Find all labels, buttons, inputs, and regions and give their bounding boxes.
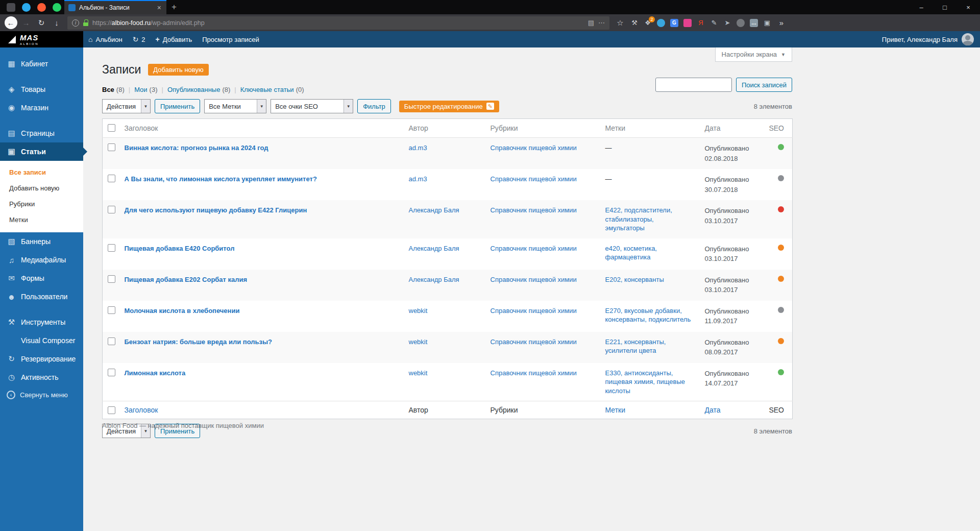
row-checkbox[interactable] — [108, 244, 115, 252]
sidebar-item-users[interactable]: ☻Пользователи — [0, 287, 83, 306]
author-link[interactable]: webkit — [409, 369, 428, 377]
sidebar-item-visual-composer[interactable]: Visual Composer — [0, 331, 83, 350]
author-link[interactable]: Александр Баля — [409, 276, 459, 283]
page-actions-icon[interactable]: ⋯ — [598, 19, 605, 27]
row-checkbox[interactable] — [108, 337, 115, 345]
reader-mode-icon[interactable]: ▤ — [588, 19, 594, 27]
author-link[interactable]: ad.m3 — [409, 144, 427, 152]
tags-filter-select[interactable]: Все Метки ▼ — [204, 99, 266, 113]
adminbar-site-link[interactable]: ⌂ Альбион — [83, 31, 128, 47]
category-link[interactable]: Справочник пищевой химии — [491, 369, 577, 377]
bulk-actions-select[interactable]: Действия ▼ — [102, 99, 151, 113]
category-link[interactable]: Справочник пищевой химии — [491, 307, 577, 315]
sidebar-item-posts[interactable]: ▣Статьи — [0, 142, 83, 161]
pinned-tab-telegram[interactable] — [18, 0, 34, 14]
sidebar-item-pages[interactable]: ▤Страницы — [0, 124, 83, 142]
tags-link[interactable]: Е270, вкусовые добавки, консерванты, под… — [605, 307, 691, 324]
bookmark-star-icon[interactable]: ☆ — [612, 16, 628, 30]
yandex-extension-icon[interactable]: Я — [694, 16, 707, 30]
submenu-item-add-new[interactable]: Добавить новую — [0, 180, 83, 196]
send-extension-icon[interactable]: ➤ — [721, 16, 734, 30]
pinned-tab-app[interactable] — [3, 0, 18, 14]
author-link[interactable]: ad.m3 — [409, 175, 427, 183]
window-minimize-button[interactable]: – — [910, 0, 933, 14]
overflow-chevron-icon[interactable]: » — [774, 16, 789, 30]
tags-link[interactable]: Е422, подсластители, стабилизаторы, эмул… — [605, 206, 672, 232]
sidebar-item-forms[interactable]: ✉Формы — [0, 269, 83, 287]
row-checkbox[interactable] — [108, 275, 115, 283]
chat-extension-icon[interactable]: … — [747, 16, 761, 30]
view-filter-all[interactable]: Все(8) — [102, 86, 125, 93]
screen-options-button[interactable]: Настройки экрана ▼ — [715, 47, 792, 62]
category-link[interactable]: Справочник пищевой химии — [491, 175, 577, 183]
post-title-link[interactable]: Пищевая добавка Е202 Сорбат калия — [125, 276, 248, 283]
view-filter-key[interactable]: Ключевые статьи(0) — [230, 86, 304, 93]
sidebar-item-banners[interactable]: ▧Баннеры — [0, 232, 83, 251]
post-title-link[interactable]: Бензоат натрия: больше вреда или пользы? — [125, 338, 273, 346]
search-posts-button[interactable]: Поиск записей — [736, 78, 792, 92]
url-text[interactable]: https://albion-food.ru/wp-admin/edit.php — [92, 19, 584, 27]
category-link[interactable]: Справочник пищевой химии — [491, 245, 577, 252]
new-tab-button[interactable]: + — [166, 0, 182, 14]
footer-column-header-date[interactable]: Дата — [700, 401, 764, 419]
tags-link[interactable]: е420, косметика, фармацевтика — [605, 245, 657, 261]
puzzle-extension-icon[interactable]: ❖2 — [641, 16, 654, 30]
view-filter-mine[interactable]: Мои(3) — [125, 86, 158, 93]
submenu-item-categories[interactable]: Рубрики — [0, 196, 83, 212]
adminbar-updates[interactable]: ↻ 2 — [128, 31, 151, 47]
pinned-tab-whatsapp[interactable] — [49, 0, 64, 14]
apply-button[interactable]: Применить — [155, 99, 200, 113]
pinned-tab-browser[interactable] — [34, 0, 49, 14]
sidebar-item-backup[interactable]: ↻Резервирование — [0, 350, 83, 368]
category-link[interactable]: Справочник пищевой химии — [491, 276, 577, 283]
tags-link[interactable]: Е221, консерванты, усилители цвета — [605, 338, 666, 355]
author-link[interactable]: webkit — [409, 338, 428, 346]
adminbar-view-posts[interactable]: Просмотр записей — [197, 31, 264, 47]
forward-button[interactable]: → — [18, 16, 34, 30]
download-button[interactable]: ↓ — [49, 16, 64, 30]
row-checkbox[interactable] — [108, 369, 115, 376]
post-title-link[interactable]: Лимонная кислота — [125, 369, 186, 377]
g-extension-icon[interactable]: G — [668, 16, 681, 30]
author-link[interactable]: Александр Баля — [409, 245, 459, 252]
add-new-post-button[interactable]: Добавить новую — [148, 64, 208, 76]
category-link[interactable]: Справочник пищевой химии — [491, 206, 577, 214]
back-button[interactable]: ← — [3, 16, 18, 30]
window-maximize-button[interactable]: □ — [933, 0, 957, 14]
tags-link[interactable]: Е330, антиоксиданты, пищевая химия, пище… — [605, 369, 685, 395]
browser-tab[interactable]: Альбион - Записи × — [64, 0, 166, 14]
proxy-extension-icon[interactable] — [654, 16, 668, 30]
post-title-link[interactable]: А Вы знали, что лимонная кислота укрепля… — [125, 175, 317, 183]
sidebar-item-media[interactable]: ♫Медиафайлы — [0, 251, 83, 269]
pink-extension-icon[interactable] — [681, 16, 694, 30]
select-all-checkbox[interactable] — [108, 124, 115, 132]
view-filter-published[interactable]: Опубликованные(8) — [158, 86, 231, 93]
post-title-link[interactable]: Для чего используют пищевую добавку Е422… — [125, 206, 307, 214]
window-close-button[interactable]: × — [957, 0, 980, 14]
reload-button[interactable]: ↻ — [34, 16, 49, 30]
sidebar-item-store[interactable]: ◉Магазин — [0, 99, 83, 117]
sidebar-item-tools[interactable]: ⚒Инструменты — [0, 313, 83, 331]
category-link[interactable]: Справочник пищевой химии — [491, 144, 577, 152]
filter-button[interactable]: Фильтр — [357, 99, 391, 113]
sidebar-item-activity[interactable]: ◷Активность — [0, 368, 83, 387]
sidebar-item-dashboard[interactable]: ▦Кабинет — [0, 55, 83, 73]
author-link[interactable]: Александр Баля — [409, 206, 459, 214]
quick-edit-button[interactable]: Быстрое редактирование ✎ — [399, 101, 499, 112]
tags-link[interactable]: Е202, консерванты — [605, 276, 664, 283]
adminbar-account[interactable]: Привет, Александр Баля — [876, 33, 980, 45]
box-extension-icon[interactable]: ▣ — [761, 16, 774, 30]
pencil-extension-icon[interactable]: ✎ — [707, 16, 721, 30]
tab-close-icon[interactable]: × — [156, 4, 162, 12]
posts-search-input[interactable] — [655, 78, 732, 92]
footer-column-header-title[interactable]: Заголовок — [119, 401, 404, 419]
url-bar[interactable]: i https://albion-food.ru/wp-admin/edit.p… — [67, 16, 609, 30]
row-checkbox[interactable] — [108, 175, 115, 182]
submenu-item-all-posts[interactable]: Все записи — [0, 164, 83, 180]
footer-column-header-tags[interactable]: Метки — [600, 401, 700, 419]
sidebar-item-products[interactable]: ◈Товары — [0, 80, 83, 99]
wrench-extension-icon[interactable]: ⚒ — [628, 16, 641, 30]
circle-extension-icon[interactable] — [734, 16, 747, 30]
post-title-link[interactable]: Молочная кислота в хлебопечении — [125, 307, 240, 315]
seo-filter-select[interactable]: Все очки SEO ▼ — [271, 99, 353, 113]
